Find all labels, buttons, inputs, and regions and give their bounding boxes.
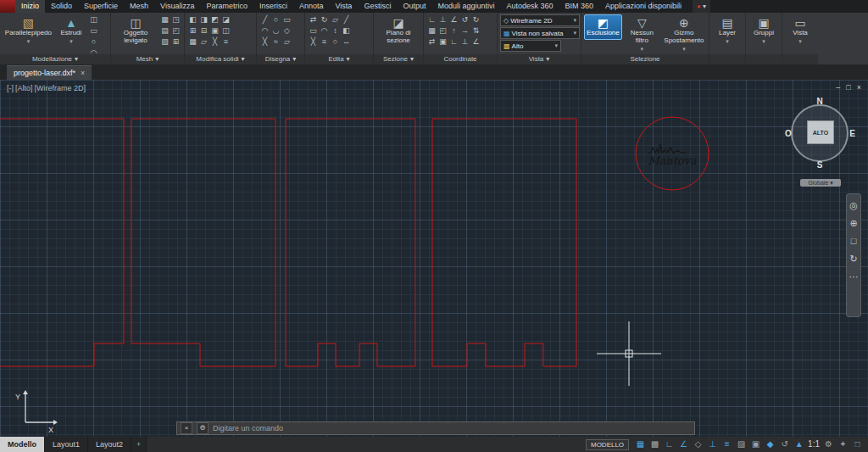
panel-label-modifica-solidi[interactable]: Modifica solidi ▾: [185, 54, 256, 64]
parallelepipedo-button[interactable]: ▧ Parallelepipedo ▾: [3, 14, 54, 47]
workspace-gear-icon[interactable]: ⚙: [821, 438, 836, 451]
gizmo-spostamento-button[interactable]: ⊕ Gizmo Spostamento ▾: [662, 14, 706, 54]
panel-label-sezione[interactable]: Sezione ▾: [374, 54, 423, 64]
esclusione-button[interactable]: ◩ Esclusione: [584, 14, 622, 40]
close-document-icon[interactable]: ×: [81, 66, 85, 80]
tool-icon[interactable]: ▭: [88, 25, 99, 36]
piano-di-sezione-button[interactable]: ◪ Piano di sezione: [376, 14, 420, 47]
osnap-icon[interactable]: ⊥: [705, 438, 720, 451]
panel-piece-4[interactable]: [432, 119, 576, 366]
tool-icon[interactable]: ∟: [448, 36, 459, 47]
tool-icon[interactable]: ▦: [426, 25, 437, 36]
polar-tracking-icon[interactable]: ∠: [676, 438, 691, 451]
tool-icon[interactable]: ◡: [270, 25, 281, 36]
tool-icon[interactable]: ▱: [198, 36, 209, 47]
oggetto-levigato-button[interactable]: ◫ Oggetto levigato: [114, 14, 158, 47]
pan-icon[interactable]: ⊕: [849, 219, 857, 228]
navigation-bar[interactable]: ◎⊕□↻⋯: [846, 193, 861, 317]
autocad-app-icon[interactable]: [0, 0, 15, 13]
tool-icon[interactable]: ▦: [159, 14, 170, 25]
tool-icon[interactable]: ↕: [330, 25, 341, 36]
viewport-visualstyle-control[interactable]: [Wireframe 2D]: [35, 84, 86, 92]
tool-icon[interactable]: ╳: [209, 36, 220, 47]
tool-icon[interactable]: ╱: [341, 14, 352, 25]
ribbon-tab-gestisci[interactable]: Gestisci: [358, 0, 397, 13]
viewcube-ucs-menu[interactable]: Globale ▾: [800, 179, 841, 187]
tool-icon[interactable]: ◩: [209, 14, 220, 25]
transparency-icon[interactable]: ▨: [734, 438, 748, 451]
mantova-stamp-circle[interactable]: [636, 117, 709, 190]
tool-icon[interactable]: ◰: [170, 25, 181, 36]
ribbon-tab-vista[interactable]: Vista: [330, 0, 359, 13]
drawing-canvas[interactable]: MantovaYX [-] [Alto] [Wireframe 2D] – □ …: [0, 80, 868, 437]
panel-label-layer[interactable]: [709, 54, 745, 64]
ribbon-tab-applicazioni-disponibili[interactable]: Applicazioni disponibili: [599, 0, 687, 13]
tool-icon[interactable]: ≡: [319, 36, 330, 47]
snap-icon[interactable]: ▩: [648, 438, 662, 451]
viewcube-east[interactable]: E: [849, 129, 855, 138]
more-navigation-tools-icon[interactable]: ⋯: [849, 272, 859, 282]
tool-icon[interactable]: ▧: [159, 36, 170, 47]
tool-icon[interactable]: ∠: [448, 14, 459, 25]
visual-style-select[interactable]: ◇ Wireframe 2D ▾: [500, 14, 580, 26]
tool-icon[interactable]: ▱: [281, 36, 292, 47]
tool-icon[interactable]: ◧: [187, 14, 198, 25]
viewcube[interactable]: N S E O ALTO: [785, 98, 854, 168]
panel-label-mesh[interactable]: Mesh ▾: [111, 54, 184, 64]
panel-label-selezione[interactable]: Selezione: [581, 54, 709, 64]
tool-icon[interactable]: ≡: [220, 36, 231, 47]
tool-icon[interactable]: ◧: [341, 25, 352, 36]
viewcube-top-face[interactable]: ALTO: [807, 120, 834, 144]
view-direction-select[interactable]: ▩ Alto ▾: [500, 40, 561, 52]
clean-screen-icon[interactable]: □: [850, 438, 865, 451]
tool-icon[interactable]: ○: [270, 14, 281, 25]
annotation-scale[interactable]: 1:1: [806, 438, 821, 451]
tool-icon[interactable]: ▦: [187, 36, 198, 47]
ortho-icon[interactable]: ∟: [662, 438, 676, 451]
ribbon-overflow-button[interactable]: ● ▾: [693, 0, 710, 13]
tool-icon[interactable]: ▭: [281, 14, 292, 25]
add-layout-button[interactable]: +: [131, 437, 147, 452]
ribbon-tab-moduli-aggiuntivi[interactable]: Moduli aggiuntivi: [431, 0, 500, 13]
tool-icon[interactable]: ▭: [308, 25, 319, 36]
ribbon-tab-parametrico[interactable]: Parametrico: [200, 0, 253, 13]
isodraft-icon[interactable]: ◇: [691, 438, 705, 451]
close-command-line-icon[interactable]: ×: [181, 422, 192, 434]
tool-icon[interactable]: ⇅: [470, 25, 481, 36]
tool-icon[interactable]: ↺: [459, 14, 470, 25]
steering-wheel-icon[interactable]: ◎: [849, 201, 858, 210]
panel-piece-1[interactable]: [0, 119, 124, 366]
zoom-icon[interactable]: □: [851, 237, 857, 246]
tool-icon[interactable]: ▤: [159, 25, 170, 36]
minimize-icon[interactable]: –: [836, 83, 840, 92]
viewcube-north[interactable]: N: [816, 97, 822, 106]
ribbon-tab-bim-360[interactable]: BIM 360: [559, 0, 600, 13]
skyline-sketch[interactable]: [648, 144, 687, 153]
ribbon-tab-visualizza[interactable]: Visualizza: [154, 0, 200, 13]
lineweight-icon[interactable]: ≡: [720, 438, 734, 451]
panel-piece-3[interactable]: [286, 119, 415, 366]
layout-tab-modello[interactable]: Modello: [0, 437, 45, 452]
tool-icon[interactable]: ◇: [281, 25, 292, 36]
ribbon-tab-inizio[interactable]: Inizio: [15, 0, 45, 13]
panel-label-disegna[interactable]: Disegna ▾: [257, 54, 304, 64]
panel-label-vista[interactable]: Vista ▾: [498, 54, 581, 64]
tool-icon[interactable]: ↻: [470, 14, 481, 25]
tool-icon[interactable]: ◫: [220, 25, 231, 36]
gruppi-button[interactable]: ▣ Gruppi ▾: [748, 14, 779, 47]
tool-icon[interactable]: ╱: [259, 14, 270, 25]
3d-osnap-icon[interactable]: ◆: [763, 438, 777, 451]
nessun-filtro-button[interactable]: ▽ Nessun filtro ▾: [624, 14, 660, 54]
panel-label-modellazione[interactable]: Modellazione ▾: [0, 54, 110, 64]
tool-icon[interactable]: ⇄: [308, 14, 319, 25]
viewcube-west[interactable]: O: [785, 129, 792, 138]
tool-icon[interactable]: ▱: [330, 14, 341, 25]
panel-label-gruppi[interactable]: [746, 54, 782, 64]
tool-icon[interactable]: ◰: [437, 25, 448, 36]
ribbon-tab-solido[interactable]: Solido: [45, 0, 78, 13]
tool-icon[interactable]: ⊥: [459, 36, 470, 47]
model-space-button[interactable]: MODELLO: [586, 439, 629, 450]
panel-label-vista-finestra[interactable]: [782, 54, 818, 64]
ribbon-tab-superficie[interactable]: Superficie: [78, 0, 124, 13]
command-line[interactable]: × ⚙ Digitare un comando: [176, 421, 695, 435]
